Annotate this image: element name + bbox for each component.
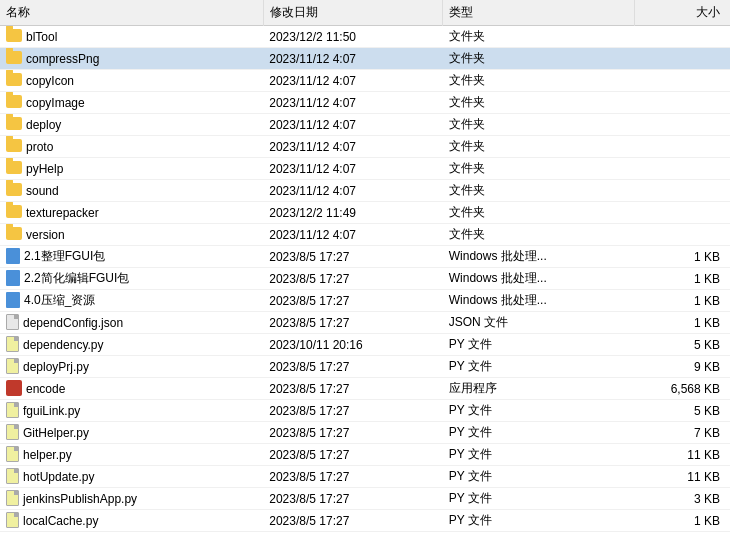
- file-type: PY 文件: [443, 356, 634, 378]
- file-size: 5 KB: [634, 334, 730, 356]
- table-row[interactable]: fguiLink.py2023/8/5 17:27PY 文件5 KB: [0, 400, 730, 422]
- file-name-cell: 2.1整理FGUI包: [0, 246, 263, 268]
- file-size: [634, 26, 730, 48]
- file-type: PY 文件: [443, 400, 634, 422]
- file-type: PY 文件: [443, 444, 634, 466]
- table-row[interactable]: pyHelp2023/11/12 4:07文件夹: [0, 158, 730, 180]
- file-size: 6,568 KB: [634, 378, 730, 400]
- file-type: Windows 批处理...: [443, 268, 634, 290]
- file-name-cell: version: [0, 224, 263, 246]
- col-header-name[interactable]: 名称: [0, 0, 263, 26]
- file-name-text: 4.0压缩_资源: [24, 293, 95, 307]
- table-row[interactable]: sound2023/11/12 4:07文件夹: [0, 180, 730, 202]
- exe-icon: [6, 380, 22, 396]
- file-size: [634, 70, 730, 92]
- file-name-text: version: [26, 228, 65, 242]
- col-header-date[interactable]: 修改日期: [263, 0, 443, 26]
- file-date: 2023/12/2 11:50: [263, 26, 443, 48]
- file-date: 2023/8/5 17:27: [263, 510, 443, 532]
- file-date: 2023/11/12 4:07: [263, 158, 443, 180]
- file-name-text: fguiLink.py: [23, 404, 80, 418]
- file-name-text: GitHelper.py: [23, 426, 89, 440]
- file-name-cell: deploy: [0, 114, 263, 136]
- file-name-text: jenkinsPublishApp.py: [23, 492, 137, 506]
- file-type: 文件夹: [443, 180, 634, 202]
- file-size: 11 KB: [634, 444, 730, 466]
- file-name-text: texturepacker: [26, 206, 99, 220]
- file-explorer[interactable]: 名称 修改日期 类型 大小 blTool2023/12/2 11:50文件夹co…: [0, 0, 730, 536]
- table-row[interactable]: encode2023/8/5 17:27应用程序6,568 KB: [0, 378, 730, 400]
- folder-icon: [6, 205, 22, 218]
- file-type: 文件夹: [443, 158, 634, 180]
- file-size: [634, 180, 730, 202]
- table-row[interactable]: 2.1整理FGUI包2023/8/5 17:27Windows 批处理...1 …: [0, 246, 730, 268]
- table-row[interactable]: dependency.py2023/10/11 20:16PY 文件5 KB: [0, 334, 730, 356]
- file-date: 2023/12/2 11:49: [263, 202, 443, 224]
- table-row[interactable]: blTool2023/12/2 11:50文件夹: [0, 26, 730, 48]
- file-name-cell: localCache.py: [0, 510, 263, 532]
- table-row[interactable]: version2023/11/12 4:07文件夹: [0, 224, 730, 246]
- table-row[interactable]: compressPng2023/11/12 4:07文件夹: [0, 48, 730, 70]
- col-header-size[interactable]: 大小: [634, 0, 730, 26]
- folder-icon: [6, 227, 22, 240]
- py-icon: [6, 512, 19, 528]
- file-size: [634, 158, 730, 180]
- table-row[interactable]: 4.0压缩_资源2023/8/5 17:27Windows 批处理...1 KB: [0, 290, 730, 312]
- file-date: 2023/11/12 4:07: [263, 114, 443, 136]
- col-header-type[interactable]: 类型: [443, 0, 634, 26]
- file-size: 1 KB: [634, 290, 730, 312]
- file-name-cell: dependConfig.json: [0, 312, 263, 334]
- file-name-cell: hotUpdate.py: [0, 466, 263, 488]
- file-date: 2023/11/12 4:07: [263, 180, 443, 202]
- table-row[interactable]: deployPrj.py2023/8/5 17:27PY 文件9 KB: [0, 356, 730, 378]
- file-size: [634, 114, 730, 136]
- folder-icon: [6, 95, 22, 108]
- file-type: 文件夹: [443, 70, 634, 92]
- file-name-text: localCache.py: [23, 514, 98, 528]
- table-row[interactable]: copyImage2023/11/12 4:07文件夹: [0, 92, 730, 114]
- file-date: 2023/11/12 4:07: [263, 136, 443, 158]
- table-row[interactable]: GitHelper.py2023/8/5 17:27PY 文件7 KB: [0, 422, 730, 444]
- file-size: 1 KB: [634, 246, 730, 268]
- table-header: 名称 修改日期 类型 大小: [0, 0, 730, 26]
- file-name-cell: copyImage: [0, 92, 263, 114]
- file-type: PY 文件: [443, 334, 634, 356]
- file-type: Windows 批处理...: [443, 246, 634, 268]
- table-row[interactable]: helper.py2023/8/5 17:27PY 文件11 KB: [0, 444, 730, 466]
- py-icon: [6, 336, 19, 352]
- file-date: 2023/8/5 17:27: [263, 422, 443, 444]
- file-date: 2023/8/5 17:27: [263, 246, 443, 268]
- file-date: 2023/8/5 17:27: [263, 268, 443, 290]
- table-row[interactable]: 2.2简化编辑FGUI包2023/8/5 17:27Windows 批处理...…: [0, 268, 730, 290]
- file-size: 1 KB: [634, 312, 730, 334]
- file-name-cell: GitHelper.py: [0, 422, 263, 444]
- file-name-cell: sound: [0, 180, 263, 202]
- table-row[interactable]: texturepacker2023/12/2 11:49文件夹: [0, 202, 730, 224]
- file-date: 2023/11/12 4:07: [263, 92, 443, 114]
- file-type: 文件夹: [443, 92, 634, 114]
- file-name-text: proto: [26, 140, 53, 154]
- folder-icon: [6, 139, 22, 152]
- file-date: 2023/11/12 4:07: [263, 224, 443, 246]
- file-name-cell: 2.2简化编辑FGUI包: [0, 268, 263, 290]
- table-row[interactable]: copyIcon2023/11/12 4:07文件夹: [0, 70, 730, 92]
- file-type: 文件夹: [443, 48, 634, 70]
- table-row[interactable]: hotUpdate.py2023/8/5 17:27PY 文件11 KB: [0, 466, 730, 488]
- table-row[interactable]: deploy2023/11/12 4:07文件夹: [0, 114, 730, 136]
- table-row[interactable]: jenkinsPublishApp.py2023/8/5 17:27PY 文件3…: [0, 488, 730, 510]
- file-name-text: 2.2简化编辑FGUI包: [24, 271, 129, 285]
- file-name-cell: fguiLink.py: [0, 400, 263, 422]
- table-row[interactable]: localCache.py2023/8/5 17:27PY 文件1 KB: [0, 510, 730, 532]
- file-name-cell: proto: [0, 136, 263, 158]
- file-name-text: deploy: [26, 118, 61, 132]
- file-date: 2023/8/5 17:27: [263, 488, 443, 510]
- file-size: 11 KB: [634, 466, 730, 488]
- bat-icon: [6, 292, 20, 308]
- table-row[interactable]: dependConfig.json2023/8/5 17:27JSON 文件1 …: [0, 312, 730, 334]
- folder-icon: [6, 73, 22, 86]
- file-size: [634, 224, 730, 246]
- table-row[interactable]: proto2023/11/12 4:07文件夹: [0, 136, 730, 158]
- file-size: [634, 202, 730, 224]
- file-type: JSON 文件: [443, 312, 634, 334]
- bat-icon: [6, 248, 20, 264]
